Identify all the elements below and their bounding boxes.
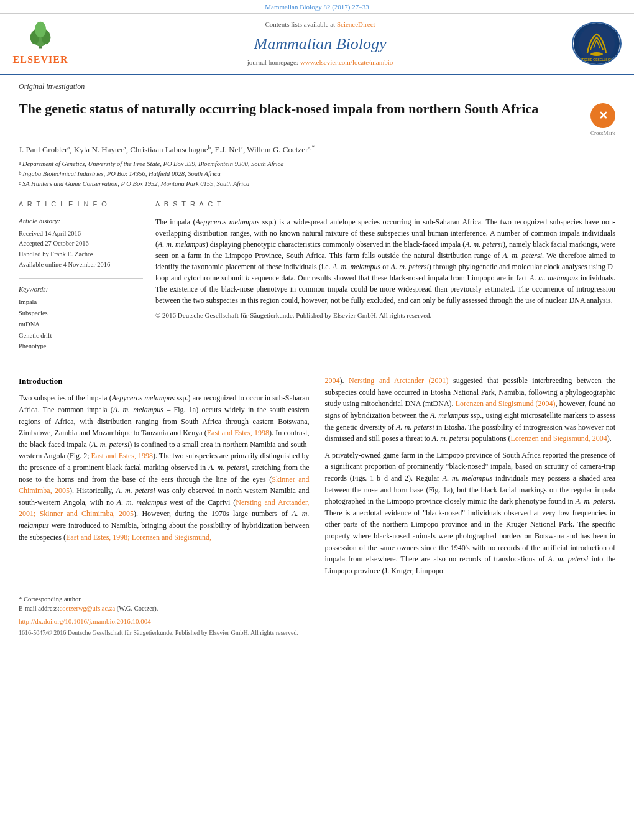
footnote-email: E-mail address:coetzerwg@ufs.ac.za (W.G.… xyxy=(19,604,615,614)
doi-line: http://dx.doi.org/10.1016/j.mambio.2016.… xyxy=(0,614,634,627)
article-section: Original investigation The genetic statu… xyxy=(0,75,634,192)
keyword-genetic-drift: Genetic drift xyxy=(19,330,143,341)
affiliations: a Department of Genetics, University of … xyxy=(19,159,615,188)
intro-right-col: 2004). Nersting and Arctander (2001) sug… xyxy=(325,375,616,581)
crossmark-badge[interactable]: ✕ CrossMark xyxy=(590,103,615,137)
svg-point-6 xyxy=(590,52,603,56)
journal-header: ELSEVIER Contents lists available at Sci… xyxy=(0,14,634,75)
affiliation-c: c SA Hunters and Game Conservation, P O … xyxy=(19,179,615,189)
ref-east-lorenzen[interactable]: East and Estes, 1998; Lorenzen and Siegi… xyxy=(66,533,211,542)
journal-homepage: journal homepage: www.elsevier.com/locat… xyxy=(68,58,572,67)
elsevier-tree-icon xyxy=(22,21,59,52)
journal-citation: Mammalian Biology 82 (2017) 27–33 xyxy=(265,3,369,11)
svg-point-4 xyxy=(35,22,46,37)
affiliation-a: a Department of Genetics, University of … xyxy=(19,159,615,169)
intro-left-col: Introduction Two subspecies of the impal… xyxy=(19,375,310,581)
main-content-area: A R T I C L E I N F O Article history: R… xyxy=(0,192,634,360)
intro-para-3: A privately-owned game farm in the Limpo… xyxy=(325,450,616,577)
keyword-subspecies: Subspecies xyxy=(19,308,143,319)
author-labuschagne: Christiaan Labuschagneb xyxy=(130,145,211,154)
footnote-corresponding: * Corresponding author. xyxy=(19,595,615,604)
history-label: Article history: xyxy=(19,216,143,226)
received-date: Received 14 April 2016 xyxy=(19,229,143,239)
article-info-col: A R T I C L E I N F O Article history: R… xyxy=(19,200,143,353)
doi-url[interactable]: http://dx.doi.org/10.1016/j.mambio.2016.… xyxy=(19,617,151,625)
issn-text: 1616-5047/© 2016 Deutsche Gesellschaft f… xyxy=(19,629,298,636)
springer-circle-icon: DEUTSCHE GESELLSCHAFT xyxy=(574,22,620,65)
homepage-link[interactable]: www.elsevier.com/locate/mambio xyxy=(300,58,393,66)
journal-info-bar: Mammalian Biology 82 (2017) 27–33 xyxy=(0,0,634,14)
issn-line: 1616-5047/© 2016 Deutsche Gesellschaft f… xyxy=(0,627,634,642)
section-divider xyxy=(19,367,615,367)
ref-lorenzen-2[interactable]: Lorenzen and Siegismund, 2004 xyxy=(510,434,607,443)
abstract-header: A B S T R A C T xyxy=(155,200,615,211)
keyword-mtdna: mtDNA xyxy=(19,319,143,330)
intro-para-2: 2004). Nersting and Arctander (2001) sug… xyxy=(325,375,616,445)
abstract-col: A B S T R A C T The impala (Aepyceros me… xyxy=(155,200,615,353)
elsevier-logo: ELSEVIER xyxy=(12,21,68,67)
author-grobler: J. Paul Groblera xyxy=(19,145,70,154)
author-hayter: Kyla N. Haytera xyxy=(74,145,126,154)
introduction-section: Introduction Two subspecies of the impal… xyxy=(0,375,634,581)
svg-point-5 xyxy=(579,25,615,62)
abstract-text: The impala (Aepyceros melampus ssp.) is … xyxy=(155,216,615,306)
email-link[interactable]: coetzerwg@ufs.ac.za xyxy=(60,605,116,612)
article-title: The genetic status of naturally occurrin… xyxy=(19,100,581,118)
keyword-phenotype: Phenotype xyxy=(19,341,143,352)
author-coetzer: Willem G. Coetzera,* xyxy=(247,145,315,154)
footnote-area: * Corresponding author. E-mail address:c… xyxy=(19,591,615,613)
ref-2004[interactable]: 2004 xyxy=(325,376,340,385)
article-history: Article history: Received 14 April 2016 … xyxy=(19,216,143,270)
crossmark-icon: ✕ xyxy=(590,103,615,128)
accepted-date: Accepted 27 October 2016 xyxy=(19,239,143,249)
article-info-header: A R T I C L E I N F O xyxy=(19,200,143,211)
affiliation-b: b Ingaba Biotechnical Industries, PO Box… xyxy=(19,169,615,179)
copyright-line: © 2016 Deutsche Gesellschaft für Säugeti… xyxy=(155,311,615,320)
ref-east-estes[interactable]: East and Estes, 1998 xyxy=(207,428,269,437)
authors-line: J. Paul Groblera, Kyla N. Haytera, Chris… xyxy=(19,144,615,156)
ref-skinner[interactable]: Skinner and Chimimba, 2005 xyxy=(19,475,310,496)
ref-lorenzen[interactable]: Lorenzen and Siegismund (2004) xyxy=(456,399,556,408)
journal-center: Contents lists available at ScienceDirec… xyxy=(68,20,572,67)
ref-nersting-2[interactable]: Nersting and Arctander (2001) xyxy=(349,376,449,385)
ref-east-estes-2[interactable]: East and Estes, 1998 xyxy=(91,451,153,460)
article-type-label: Original investigation xyxy=(19,81,615,96)
keyword-impala: Impala xyxy=(19,297,143,308)
sciencedirect-link[interactable]: ScienceDirect xyxy=(337,21,375,28)
elsevier-wordmark: ELSEVIER xyxy=(13,53,68,67)
info-divider xyxy=(19,278,143,279)
contents-available: Contents lists available at ScienceDirec… xyxy=(68,20,572,29)
available-online: Available online 4 November 2016 xyxy=(19,260,143,270)
springer-logo: DEUTSCHE GESELLSCHAFT xyxy=(572,22,622,65)
keywords-label: Keywords: xyxy=(19,285,143,294)
introduction-title: Introduction xyxy=(19,375,310,387)
journal-title: Mammalian Biology xyxy=(68,33,572,55)
svg-text:DEUTSCHE GESELLSCHAFT: DEUTSCHE GESELLSCHAFT xyxy=(578,58,615,62)
article-title-row: The genetic status of naturally occurrin… xyxy=(19,100,615,137)
handled-by: Handled by Frank E. Zachos xyxy=(19,249,143,260)
intro-para-1: Two subspecies of the impala (Aepyceros … xyxy=(19,392,310,543)
author-nel: E.J. Nelc xyxy=(214,145,243,154)
crossmark-label: CrossMark xyxy=(590,129,615,137)
